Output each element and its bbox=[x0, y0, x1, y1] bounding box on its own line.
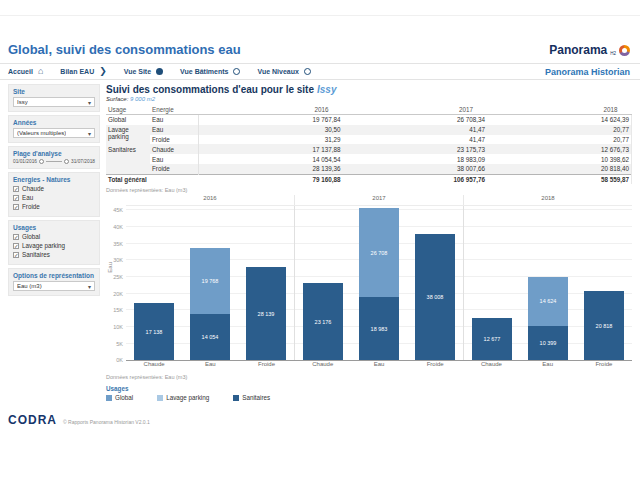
nav-item-vue-niveaux[interactable]: Vue Niveaux bbox=[257, 68, 310, 75]
panel-header-2017: 2017 bbox=[294, 195, 463, 205]
x-tick-label: Chaude bbox=[303, 361, 343, 371]
x-tick-label: Eau bbox=[190, 361, 230, 371]
bar-segment-sanitaires[interactable]: 14 054 bbox=[190, 314, 230, 361]
x-label-panel-2017: ChaudeEauFroide bbox=[295, 361, 464, 371]
table-header-row: UsageEnergie201620172018 bbox=[106, 105, 632, 115]
legend-label: Sanitaires bbox=[242, 394, 270, 401]
product-name: Panorama Historian bbox=[545, 67, 630, 77]
chart-legend: GlobalLavage parkingSanitaires bbox=[106, 394, 632, 401]
y-tick-label: 30K bbox=[113, 257, 123, 263]
bar-segment-global[interactable]: 14 624 bbox=[528, 277, 568, 326]
bar-2016-chaude[interactable]: 17 138 bbox=[134, 303, 174, 360]
value-cell: 14 624,39 bbox=[487, 115, 632, 125]
total-value-cell: 58 559,87 bbox=[487, 174, 632, 184]
nav-item-accueil[interactable]: Accueil⌂ bbox=[8, 67, 43, 76]
energie-cell: Froide bbox=[150, 164, 198, 174]
sidebar-section-title: Energies - Natures bbox=[13, 176, 95, 183]
sidebar-section-title: Options de représentation bbox=[13, 272, 95, 279]
surface-line: Surface: 9 000 m2 bbox=[106, 96, 632, 102]
dropdown-site[interactable]: Issy▾ bbox=[13, 97, 95, 107]
panel-header-2018: 2018 bbox=[463, 195, 632, 205]
slider-handle-right[interactable] bbox=[64, 159, 69, 164]
nav-item-vue-b-timents[interactable]: Vue Bâtiments bbox=[180, 68, 240, 75]
legend-item-lavage-parking[interactable]: Lavage parking bbox=[157, 394, 209, 401]
chart-panel-2016: 17 13814 05419 76828 139 bbox=[126, 206, 294, 360]
table-column-header: 2018 bbox=[487, 105, 632, 115]
bar-segment-sanitaires[interactable]: 28 139 bbox=[246, 267, 286, 361]
value-cell: 20,77 bbox=[487, 125, 632, 135]
surface-value: 9 000 m2 bbox=[130, 96, 155, 102]
checkbox-eau[interactable]: ✓Eau bbox=[13, 194, 95, 201]
value-cell: 26 708,34 bbox=[343, 115, 488, 125]
sidebar-section-energies-natures: Energies - Natures✓Chaude✓Eau✓Froide bbox=[8, 172, 100, 217]
x-tick-label: Chaude bbox=[471, 361, 511, 371]
checkbox-label: Lavage parking bbox=[22, 242, 65, 249]
total-value-cell: 106 957,76 bbox=[343, 174, 488, 184]
checkbox-global[interactable]: ✓Global bbox=[13, 233, 95, 240]
energie-cell: Chaude bbox=[150, 144, 198, 154]
bar-2016-eau[interactable]: 14 05419 768 bbox=[190, 248, 230, 361]
legend-item-sanitaires[interactable]: Sanitaires bbox=[233, 394, 270, 401]
value-cell: 20 818,40 bbox=[487, 164, 632, 174]
checkbox-froide[interactable]: ✓Froide bbox=[13, 203, 95, 210]
chart-panels: 17 13814 05419 76828 13923 17618 98326 7… bbox=[126, 206, 632, 360]
energie-cell: Eau bbox=[150, 125, 198, 135]
chart-caption: Données représentées: Eau (m3) bbox=[106, 374, 632, 380]
panel-header-2016: 2016 bbox=[126, 195, 294, 205]
value-cell: 17 137,88 bbox=[198, 144, 343, 154]
bar-segment-sanitaires[interactable]: 18 983 bbox=[359, 297, 399, 360]
y-tick-label: 45K bbox=[113, 207, 123, 213]
usage-cell: Lavage parking bbox=[106, 125, 150, 145]
bar-segment-sanitaires[interactable]: 12 677 bbox=[472, 318, 512, 360]
chevron-down-icon: ▾ bbox=[88, 99, 91, 106]
bar-value-label: 17 138 bbox=[134, 329, 174, 335]
sidebar-section-title: Années bbox=[13, 119, 95, 126]
bar-segment-sanitaires[interactable]: 20 818 bbox=[584, 291, 624, 360]
bar-segment-sanitaires[interactable]: 10 399 bbox=[528, 326, 568, 361]
dropdown-value: Issy bbox=[17, 99, 28, 105]
sidebar-section-ann-es: Années(Valeurs multiples)▾ bbox=[8, 115, 100, 143]
dropdown-ann-es[interactable]: (Valeurs multiples)▾ bbox=[13, 128, 95, 138]
checkbox-chaude[interactable]: ✓Chaude bbox=[13, 185, 95, 192]
y-axis-label: Eau bbox=[107, 262, 113, 273]
dropdown-options-de-repr-sentation[interactable]: Eau (m3)▾ bbox=[13, 281, 95, 291]
checkbox-lavage-parking[interactable]: ✓Lavage parking bbox=[13, 242, 95, 249]
bar-2018-froide[interactable]: 20 818 bbox=[584, 291, 624, 360]
nav-item-bilan-eau[interactable]: Bilan EAU❯ bbox=[60, 67, 106, 76]
nav-row: Accueil⌂Bilan EAU❯Vue SiteVue BâtimentsV… bbox=[0, 64, 640, 79]
x-tick-label: Froide bbox=[247, 361, 287, 371]
sidebar: SiteIssy▾Années(Valeurs multiples)▾Plage… bbox=[8, 84, 100, 401]
panel-headers: 201620172018 bbox=[126, 195, 632, 205]
chevron-down-icon: ▾ bbox=[88, 283, 91, 290]
site-name: Issy bbox=[317, 84, 336, 95]
bar-segment-sanitaires[interactable]: 38 008 bbox=[415, 234, 455, 361]
value-cell: 12 676,73 bbox=[487, 144, 632, 154]
checkbox-sanitaires[interactable]: ✓Sanitaires bbox=[13, 251, 95, 258]
sidebar-section-plage-d-analyse: Plage d'analyse01/01/201631/07/2018 bbox=[8, 146, 100, 169]
y-tick-label: 20K bbox=[113, 291, 123, 297]
legend-item-global[interactable]: Global bbox=[106, 394, 133, 401]
bar-2018-chaude[interactable]: 12 677 bbox=[472, 318, 512, 360]
report-title-text: Suivi des consommations d'eau pour le si… bbox=[106, 84, 314, 95]
bar-2017-froide[interactable]: 38 008 bbox=[415, 234, 455, 361]
panorama-logo-sub: H2 bbox=[610, 51, 616, 56]
table-column-header: 2017 bbox=[343, 105, 488, 115]
bar-segment-global[interactable]: 26 708 bbox=[359, 208, 399, 297]
nav-item-vue-site[interactable]: Vue Site bbox=[124, 68, 163, 75]
bar-2017-eau[interactable]: 18 98326 708 bbox=[359, 208, 399, 360]
x-axis-labels: ChaudeEauFroideChaudeEauFroideChaudeEauF… bbox=[126, 361, 632, 371]
bar-2017-chaude[interactable]: 23 176 bbox=[303, 283, 343, 360]
range-start-label: 01/01/2016 bbox=[13, 159, 37, 164]
bar-value-label: 28 139 bbox=[246, 311, 286, 317]
x-label-panel-2018: ChaudeEauFroide bbox=[463, 361, 632, 371]
bar-segment-sanitaires[interactable]: 17 138 bbox=[134, 303, 174, 360]
chevron-down-icon: ▾ bbox=[88, 130, 91, 137]
bar-2016-froide[interactable]: 28 139 bbox=[246, 267, 286, 361]
bar-segment-sanitaires[interactable]: 23 176 bbox=[303, 283, 343, 360]
slider-handle-left[interactable] bbox=[39, 159, 44, 164]
table-row: GlobalEau19 767,8426 708,3414 624,39 bbox=[106, 115, 632, 125]
nav-item-label: Vue Bâtiments bbox=[180, 68, 228, 75]
consumption-table: UsageEnergie201620172018 GlobalEau19 767… bbox=[106, 105, 632, 184]
bar-segment-global[interactable]: 19 768 bbox=[190, 248, 230, 314]
bar-2018-eau[interactable]: 10 39914 624 bbox=[528, 277, 568, 360]
